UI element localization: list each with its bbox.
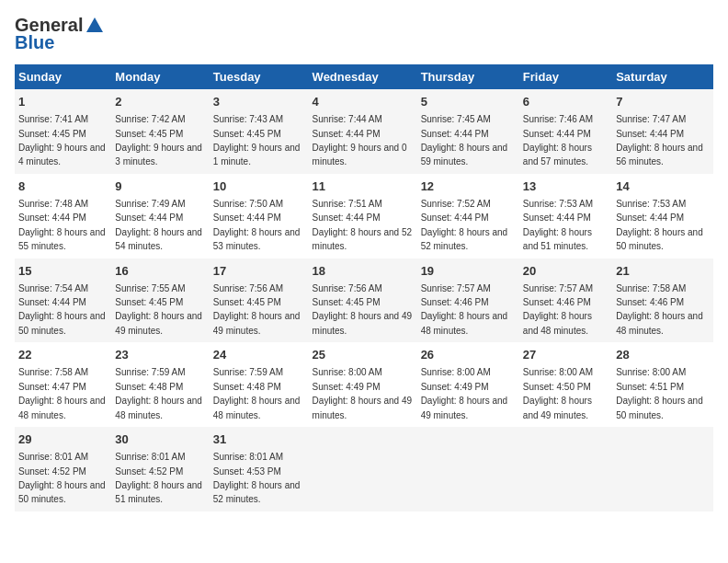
sunrise-text: Sunrise: 7:53 AM xyxy=(523,199,593,209)
day-cell: 14 Sunrise: 7:53 AM Sunset: 4:44 PM Dayl… xyxy=(612,174,713,259)
day-number: 10 xyxy=(213,178,305,195)
sunrise-text: Sunrise: 7:47 AM xyxy=(616,114,686,124)
col-header-friday: Friday xyxy=(519,64,612,89)
daylight-text: Daylight: 8 hours and 56 minutes. xyxy=(616,143,703,167)
sunset-text: Sunset: 4:52 PM xyxy=(115,466,183,477)
day-cell xyxy=(309,427,417,511)
sunset-text: Sunset: 4:49 PM xyxy=(421,382,489,392)
sunset-text: Sunset: 4:45 PM xyxy=(18,129,86,139)
day-number: 20 xyxy=(523,263,609,280)
day-cell: 17 Sunrise: 7:56 AM Sunset: 4:45 PM Dayl… xyxy=(210,259,309,343)
day-number: 6 xyxy=(523,94,609,110)
daylight-text: Daylight: 8 hours and 49 minutes. xyxy=(313,396,412,419)
sunset-text: Sunset: 4:44 PM xyxy=(313,129,381,139)
week-row-1: 1 Sunrise: 7:41 AM Sunset: 4:45 PM Dayli… xyxy=(15,89,713,174)
day-number: 12 xyxy=(421,178,516,195)
sunrise-text: Sunrise: 7:48 AM xyxy=(18,199,88,209)
day-number: 4 xyxy=(313,94,414,110)
week-row-2: 8 Sunrise: 7:48 AM Sunset: 4:44 PM Dayli… xyxy=(15,174,713,259)
calendar-header-row: SundayMondayTuesdayWednesdayThursdayFrid… xyxy=(15,64,713,89)
sunrise-text: Sunrise: 7:55 AM xyxy=(115,283,185,293)
day-cell: 21 Sunrise: 7:58 AM Sunset: 4:46 PM Dayl… xyxy=(612,259,713,343)
day-cell: 20 Sunrise: 7:57 AM Sunset: 4:46 PM Dayl… xyxy=(519,259,612,343)
day-number: 16 xyxy=(115,263,205,280)
day-cell: 27 Sunrise: 8:00 AM Sunset: 4:50 PM Dayl… xyxy=(519,342,612,427)
col-header-saturday: Saturday xyxy=(612,64,713,89)
daylight-text: Daylight: 8 hours and 52 minutes. xyxy=(421,227,508,251)
sunset-text: Sunset: 4:50 PM xyxy=(523,382,591,392)
sunrise-text: Sunrise: 8:01 AM xyxy=(18,452,88,462)
day-cell: 9 Sunrise: 7:49 AM Sunset: 4:44 PM Dayli… xyxy=(111,174,209,259)
sunset-text: Sunset: 4:51 PM xyxy=(616,382,684,392)
day-cell: 2 Sunrise: 7:42 AM Sunset: 4:45 PM Dayli… xyxy=(111,89,209,174)
daylight-text: Daylight: 8 hours and 50 minutes. xyxy=(616,227,703,251)
sunset-text: Sunset: 4:45 PM xyxy=(313,297,381,307)
sunrise-text: Sunrise: 8:00 AM xyxy=(616,367,686,377)
day-number: 13 xyxy=(523,178,609,195)
daylight-text: Daylight: 8 hours and 50 minutes. xyxy=(18,480,106,504)
sunset-text: Sunset: 4:44 PM xyxy=(421,213,489,223)
sunset-text: Sunset: 4:45 PM xyxy=(115,129,183,139)
day-cell: 5 Sunrise: 7:45 AM Sunset: 4:44 PM Dayli… xyxy=(417,89,519,174)
day-number: 1 xyxy=(18,94,108,110)
day-number: 30 xyxy=(115,431,205,448)
logo-icon xyxy=(85,16,105,36)
day-cell: 28 Sunrise: 8:00 AM Sunset: 4:51 PM Dayl… xyxy=(612,342,713,427)
sunrise-text: Sunrise: 7:59 AM xyxy=(213,367,283,377)
daylight-text: Daylight: 8 hours and 54 minutes. xyxy=(115,227,202,251)
daylight-text: Daylight: 8 hours and 53 minutes. xyxy=(213,227,301,251)
day-cell: 10 Sunrise: 7:50 AM Sunset: 4:44 PM Dayl… xyxy=(210,174,309,259)
day-cell: 22 Sunrise: 7:58 AM Sunset: 4:47 PM Dayl… xyxy=(15,342,111,427)
sunset-text: Sunset: 4:45 PM xyxy=(213,129,281,139)
daylight-text: Daylight: 8 hours and 49 minutes. xyxy=(313,311,412,335)
day-cell: 13 Sunrise: 7:53 AM Sunset: 4:44 PM Dayl… xyxy=(519,174,612,259)
daylight-text: Daylight: 8 hours and 50 minutes. xyxy=(18,311,106,335)
sunrise-text: Sunrise: 7:53 AM xyxy=(616,199,686,209)
sunset-text: Sunset: 4:47 PM xyxy=(18,382,86,392)
day-cell: 4 Sunrise: 7:44 AM Sunset: 4:44 PM Dayli… xyxy=(309,89,417,174)
sunrise-text: Sunrise: 7:57 AM xyxy=(523,283,593,293)
sunset-text: Sunset: 4:49 PM xyxy=(313,382,381,392)
day-number: 22 xyxy=(18,347,108,363)
day-number: 17 xyxy=(213,263,305,280)
day-number: 5 xyxy=(421,94,516,110)
day-cell xyxy=(612,427,713,511)
day-cell: 18 Sunrise: 7:56 AM Sunset: 4:45 PM Dayl… xyxy=(309,259,417,343)
sunrise-text: Sunrise: 8:01 AM xyxy=(115,452,185,462)
sunset-text: Sunset: 4:44 PM xyxy=(313,213,381,223)
day-cell: 30 Sunrise: 8:01 AM Sunset: 4:52 PM Dayl… xyxy=(111,427,209,511)
daylight-text: Daylight: 8 hours and 48 minutes. xyxy=(616,311,703,335)
day-number: 9 xyxy=(115,178,205,195)
daylight-text: Daylight: 9 hours and 0 minutes. xyxy=(313,143,407,167)
daylight-text: Daylight: 9 hours and 1 minute. xyxy=(213,143,301,167)
sunrise-text: Sunrise: 7:45 AM xyxy=(421,114,491,124)
daylight-text: Daylight: 8 hours and 57 minutes. xyxy=(523,143,592,167)
sunrise-text: Sunrise: 7:58 AM xyxy=(616,283,686,293)
sunset-text: Sunset: 4:44 PM xyxy=(213,213,281,223)
day-number: 27 xyxy=(523,347,609,363)
daylight-text: Daylight: 9 hours and 4 minutes. xyxy=(18,143,106,167)
day-number: 25 xyxy=(313,347,414,363)
col-header-sunday: Sunday xyxy=(15,64,111,89)
sunset-text: Sunset: 4:44 PM xyxy=(616,213,684,223)
daylight-text: Daylight: 8 hours and 49 minutes. xyxy=(421,396,508,419)
sunrise-text: Sunrise: 7:42 AM xyxy=(115,114,185,124)
daylight-text: Daylight: 8 hours and 48 minutes. xyxy=(18,396,106,419)
day-number: 31 xyxy=(213,431,305,448)
week-row-3: 15 Sunrise: 7:54 AM Sunset: 4:44 PM Dayl… xyxy=(15,259,713,343)
day-number: 24 xyxy=(213,347,305,363)
sunset-text: Sunset: 4:44 PM xyxy=(523,129,591,139)
sunrise-text: Sunrise: 7:49 AM xyxy=(115,199,185,209)
day-cell: 25 Sunrise: 8:00 AM Sunset: 4:49 PM Dayl… xyxy=(309,342,417,427)
daylight-text: Daylight: 8 hours and 51 minutes. xyxy=(115,480,202,504)
day-cell: 16 Sunrise: 7:55 AM Sunset: 4:45 PM Dayl… xyxy=(111,259,209,343)
sunrise-text: Sunrise: 8:00 AM xyxy=(313,367,382,377)
day-number: 14 xyxy=(616,178,710,195)
sunset-text: Sunset: 4:45 PM xyxy=(213,297,281,307)
day-cell: 15 Sunrise: 7:54 AM Sunset: 4:44 PM Dayl… xyxy=(15,259,111,343)
day-cell: 6 Sunrise: 7:46 AM Sunset: 4:44 PM Dayli… xyxy=(519,89,612,174)
day-number: 7 xyxy=(616,94,710,110)
col-header-wednesday: Wednesday xyxy=(309,64,417,89)
header: General Blue xyxy=(15,15,713,53)
day-number: 21 xyxy=(616,263,710,280)
